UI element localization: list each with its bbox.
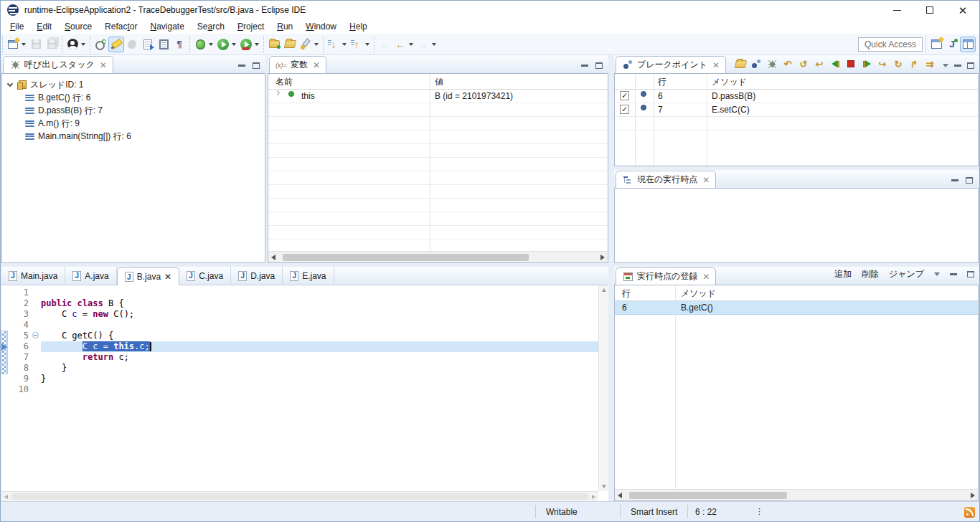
menu-item-project[interactable]: Project bbox=[231, 20, 270, 33]
breakpoint-row[interactable]: ✓6D.passB(B) bbox=[615, 90, 978, 103]
table-row[interactable]: thisB (id = 2101973421) bbox=[268, 90, 608, 103]
import-button[interactable] bbox=[266, 37, 282, 52]
debug-dropdown[interactable] bbox=[209, 43, 213, 46]
minimize-view-icon[interactable] bbox=[954, 65, 961, 67]
exec-points-hscrollbar[interactable] bbox=[615, 489, 978, 500]
open-perspective-button[interactable] bbox=[928, 37, 944, 52]
code-line[interactable]: 4 bbox=[9, 320, 598, 331]
forward-button[interactable]: → bbox=[415, 37, 431, 52]
prev-annotation-dropdown[interactable] bbox=[365, 43, 369, 46]
minimize-view-icon[interactable] bbox=[581, 65, 588, 67]
minimize-view-icon[interactable] bbox=[950, 273, 957, 275]
step-back-over-button[interactable]: ↺ bbox=[796, 57, 811, 71]
new-wizard-dropdown[interactable] bbox=[22, 43, 26, 46]
editor-tab-main.java[interactable]: JMain.java bbox=[1, 267, 65, 285]
new-wizard-button[interactable] bbox=[5, 37, 21, 52]
column-name[interactable]: 名前 bbox=[275, 76, 293, 88]
maximize-view-icon[interactable] bbox=[967, 271, 974, 277]
minimize-button[interactable] bbox=[880, 1, 913, 19]
editor-hscrollbar[interactable] bbox=[1, 491, 598, 501]
show-whitespace-button[interactable]: ¶ bbox=[171, 37, 187, 52]
next-annotation-button[interactable]: ↓ bbox=[326, 37, 341, 52]
maximize-view-icon[interactable] bbox=[253, 62, 260, 69]
step-back-into-button[interactable]: ↶ bbox=[781, 57, 795, 71]
format-brush-button[interactable] bbox=[298, 37, 314, 52]
tab-close-icon[interactable]: ✕ bbox=[164, 272, 171, 282]
stack-frame[interactable]: D.passB(B) 行: 7 bbox=[25, 104, 265, 117]
debug-perspective-button[interactable] bbox=[960, 37, 976, 52]
menu-item-navigate[interactable]: Navigate bbox=[143, 20, 190, 33]
forward-dropdown[interactable] bbox=[432, 43, 436, 46]
step-back-return-button[interactable]: ↩ bbox=[812, 57, 826, 71]
reverse-resume-button[interactable] bbox=[828, 57, 842, 71]
expand-chevron-icon[interactable] bbox=[275, 90, 280, 95]
breakpoint-row[interactable]: ✓7E.setC(C) bbox=[615, 103, 978, 117]
code-line[interactable]: 5 C getC() { bbox=[9, 331, 598, 341]
delete-button[interactable]: 削除 bbox=[862, 268, 879, 280]
coverage-button[interactable] bbox=[238, 37, 254, 52]
stack-frame[interactable]: A.m() 行: 9 bbox=[25, 117, 265, 130]
variables-close-icon[interactable]: ✕ bbox=[313, 60, 320, 70]
variables-hscrollbar[interactable] bbox=[268, 251, 608, 262]
exec-points-tab[interactable]: 実行時点の登録 ✕ bbox=[616, 267, 716, 285]
view-menu-icon[interactable] bbox=[934, 272, 940, 276]
back-button[interactable]: ← bbox=[392, 37, 408, 52]
editor-tab-e.java[interactable]: JE.java bbox=[283, 267, 334, 285]
add-button[interactable]: 追加 bbox=[834, 268, 852, 280]
step-over-button[interactable]: ↻ bbox=[891, 57, 905, 71]
editor-tab-a.java[interactable]: JA.java bbox=[65, 267, 116, 285]
current-point-tab[interactable]: 現在の実行時点 ✕ bbox=[616, 171, 716, 188]
menu-item-window[interactable]: Window bbox=[299, 20, 343, 33]
checkbox[interactable]: ✓ bbox=[620, 91, 629, 100]
trace-button[interactable] bbox=[93, 37, 108, 52]
minimize-view-icon[interactable] bbox=[238, 65, 245, 67]
back-dropdown[interactable] bbox=[409, 43, 413, 46]
column-method[interactable]: メソッド bbox=[681, 288, 716, 300]
format-brush-dropdown[interactable] bbox=[314, 43, 319, 46]
account-button[interactable] bbox=[65, 37, 80, 52]
exec-point-row[interactable]: 6B.getC() bbox=[615, 301, 978, 315]
code-line[interactable]: 1 bbox=[9, 288, 598, 298]
breakpoints-close-icon[interactable]: ✕ bbox=[712, 60, 720, 70]
menu-item-help[interactable]: Help bbox=[343, 20, 374, 33]
column-line[interactable]: 行 bbox=[658, 76, 666, 88]
quick-access-input[interactable]: Quick Access bbox=[858, 37, 923, 52]
code-line[interactable]: 3 C c = new C(); bbox=[9, 309, 598, 320]
editor-tab-b.java[interactable]: JB.java✕ bbox=[117, 267, 179, 285]
editor-tab-d.java[interactable]: JD.java bbox=[231, 267, 283, 285]
view-doc-button[interactable] bbox=[156, 37, 171, 52]
code-line[interactable]: 6 C c = this.c; bbox=[9, 341, 598, 352]
scrollbar-thumb[interactable] bbox=[629, 492, 787, 499]
breakpoint-button[interactable] bbox=[749, 57, 763, 71]
prev-annotation-button[interactable]: ↑ bbox=[349, 37, 364, 52]
run-dropdown[interactable] bbox=[232, 43, 236, 46]
code-line[interactable]: 10 bbox=[9, 384, 598, 395]
insert-mode-status[interactable]: Smart Insert bbox=[631, 507, 677, 517]
highlight-button[interactable] bbox=[108, 37, 124, 52]
stack-frame[interactable]: B.getC() 行: 6 bbox=[25, 91, 265, 104]
scroll-right-icon[interactable] bbox=[592, 495, 595, 499]
terminate-button[interactable] bbox=[844, 57, 858, 71]
maximize-view-icon[interactable] bbox=[967, 62, 974, 69]
open-button[interactable] bbox=[733, 57, 748, 71]
java-perspective-button[interactable]: J bbox=[944, 37, 960, 52]
exec-points-close-icon[interactable]: ✕ bbox=[702, 272, 710, 282]
code-line[interactable]: 7 return c; bbox=[9, 352, 598, 363]
run-button[interactable] bbox=[215, 37, 231, 52]
close-button[interactable]: ✕ bbox=[946, 1, 979, 19]
checkbox[interactable]: ✓ bbox=[620, 105, 629, 114]
maximize-view-icon[interactable] bbox=[966, 177, 973, 184]
call-stack-tab[interactable]: 呼び出しスタック ✕ bbox=[3, 56, 113, 73]
view-menu-icon[interactable] bbox=[943, 64, 948, 67]
minimize-view-icon[interactable] bbox=[951, 179, 958, 181]
variables-tab[interactable]: (x)= 変数 ✕ bbox=[269, 56, 326, 73]
menu-item-source[interactable]: Source bbox=[58, 20, 98, 33]
column-value[interactable]: 値 bbox=[435, 76, 443, 88]
clear-highlight-button[interactable] bbox=[124, 37, 140, 52]
fold-collapse-icon[interactable] bbox=[32, 332, 39, 338]
stack-frame[interactable]: Main.main(String[]) 行: 6 bbox=[25, 130, 265, 143]
scrollbar-thumb[interactable] bbox=[283, 254, 529, 261]
maximize-view-icon[interactable] bbox=[595, 62, 603, 69]
code-editor[interactable]: 12public class B {3 C c = new C();45 C g… bbox=[1, 285, 608, 501]
code-line[interactable]: 9} bbox=[9, 374, 598, 384]
